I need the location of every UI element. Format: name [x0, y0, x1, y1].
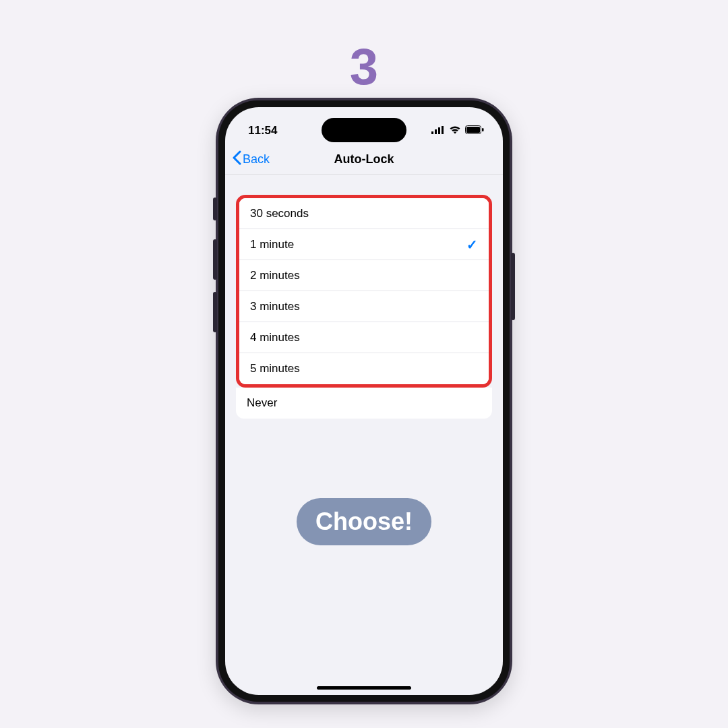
svg-rect-1: [435, 129, 437, 134]
option-label: 1 minute: [250, 238, 294, 251]
svg-rect-2: [438, 127, 440, 134]
svg-rect-5: [466, 127, 480, 133]
volume-up-button: [213, 239, 217, 280]
auto-lock-option[interactable]: 5 minutes: [239, 353, 489, 384]
wifi-icon: [449, 124, 461, 138]
option-label: 2 minutes: [250, 269, 300, 282]
highlighted-options: 30 seconds1 minute✓2 minutes3 minutes4 m…: [236, 195, 492, 388]
svg-rect-3: [442, 126, 444, 134]
svg-rect-6: [482, 128, 484, 131]
auto-lock-option[interactable]: 30 seconds: [239, 198, 489, 229]
auto-lock-option[interactable]: 1 minute✓: [239, 229, 489, 260]
chevron-left-icon: [232, 150, 241, 169]
back-label: Back: [243, 152, 270, 166]
option-label: 5 minutes: [250, 362, 300, 375]
home-indicator[interactable]: [317, 686, 411, 690]
nav-bar: Back Auto-Lock: [225, 145, 503, 175]
auto-lock-option[interactable]: 3 minutes: [239, 291, 489, 322]
choose-callout: Choose!: [297, 498, 431, 545]
silence-switch: [213, 198, 217, 220]
auto-lock-option[interactable]: 2 minutes: [239, 260, 489, 291]
step-number: 3: [350, 37, 378, 96]
status-time: 11:54: [248, 124, 277, 138]
power-button: [511, 253, 515, 320]
checkmark-icon: ✓: [466, 237, 478, 253]
phone-screen: 11:54: [225, 107, 503, 695]
phone-frame: 11:54: [216, 98, 512, 704]
content-area: 30 seconds1 minute✓2 minutes3 minutes4 m…: [225, 175, 503, 695]
option-label: 4 minutes: [250, 331, 300, 344]
option-label: Never: [247, 396, 277, 410]
volume-down-button: [213, 292, 217, 332]
dynamic-island: [322, 118, 406, 142]
option-label: 30 seconds: [250, 207, 309, 220]
battery-icon: [465, 124, 484, 138]
auto-lock-option[interactable]: 4 minutes: [239, 322, 489, 353]
back-button[interactable]: Back: [232, 150, 270, 169]
svg-rect-0: [431, 131, 433, 134]
option-label: 3 minutes: [250, 300, 300, 313]
remaining-options: Never: [236, 388, 492, 419]
page-title: Auto-Lock: [334, 152, 394, 166]
auto-lock-option[interactable]: Never: [236, 388, 492, 419]
cellular-icon: [431, 124, 445, 138]
